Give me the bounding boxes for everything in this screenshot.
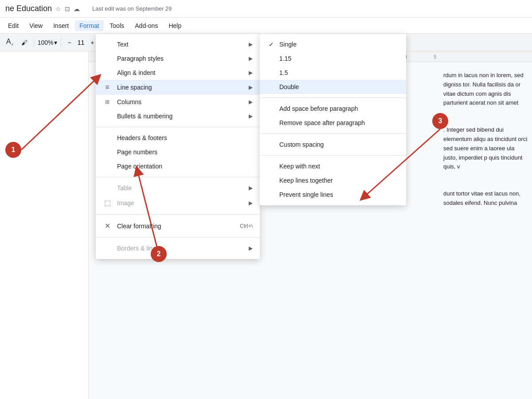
zoom-value: 100% xyxy=(38,39,54,46)
columns-icon: ⊞ xyxy=(103,99,112,105)
menu-item-tools[interactable]: Tools xyxy=(106,20,129,31)
ls-keep-with-next-label: Keep with next xyxy=(279,163,320,170)
format-menu-text-label: Text xyxy=(117,41,129,48)
image-arrow-icon: ▶ xyxy=(249,200,253,206)
menu-bar: Edit View Insert Format Tools Add-ons He… xyxy=(0,18,532,34)
line-spacing-icon: ≡ xyxy=(103,83,112,91)
font-size-minus-button[interactable]: − xyxy=(65,37,74,48)
ls-item-1-5[interactable]: 1.5 xyxy=(260,66,406,80)
line-spacing-menu[interactable]: ✓ Single 1.15 1.5 Double Add space befor… xyxy=(260,34,406,205)
ls-item-keep-with-next[interactable]: Keep with next xyxy=(260,159,406,173)
ls-item-single[interactable]: ✓ Single xyxy=(260,37,406,51)
format-menu-clear-formatting[interactable]: ✕ Clear formatting Ctrl+\ xyxy=(96,218,260,234)
ls-15-label: 1.5 xyxy=(279,69,288,76)
format-menu-bullets-numbering-label: Bullets & numbering xyxy=(117,113,172,120)
format-menu-divider-3 xyxy=(96,214,260,215)
clear-formatting-icon: ✕ xyxy=(103,222,112,230)
ls-item-custom-spacing[interactable]: Custom spacing xyxy=(260,137,406,152)
format-menu-table: Table ▶ xyxy=(96,181,260,195)
format-menu-columns-label: Columns xyxy=(117,98,141,106)
clear-formatting-shortcut: Ctrl+\ xyxy=(240,223,253,229)
annotation-2: 2 xyxy=(151,246,167,262)
toolbar-separator-1 xyxy=(34,38,34,47)
zoom-control[interactable]: 100% ▾ xyxy=(38,39,58,46)
ls-double-label: Double xyxy=(279,83,299,90)
menu-item-format[interactable]: Format xyxy=(75,20,103,31)
font-size-value: 11 xyxy=(76,39,86,46)
ls-divider-2 xyxy=(260,133,406,134)
format-menu-page-orientation[interactable]: Page orientation xyxy=(96,159,260,173)
format-menu-columns[interactable]: ⊞ Columns ▶ xyxy=(96,95,260,109)
format-menu-paragraph-styles[interactable]: Paragraph styles ▶ xyxy=(96,51,260,66)
format-menu-line-spacing-label: Line spacing xyxy=(117,84,152,91)
single-check-icon: ✓ xyxy=(269,41,279,48)
image-format-icon: ⬚ xyxy=(103,199,112,207)
ls-115-label: 1.15 xyxy=(279,55,291,62)
ls-item-keep-lines-together[interactable]: Keep lines together xyxy=(260,173,406,188)
ls-divider-1 xyxy=(260,98,406,98)
format-menu-headers-footers[interactable]: Headers & footers xyxy=(96,131,260,145)
doc-para-2: . Integer sed bibend dui elementum aliqu… xyxy=(443,125,528,172)
format-menu-divider-2 xyxy=(96,177,260,177)
ls-single-label: Single xyxy=(279,41,297,48)
borders-lines-arrow-icon: ▶ xyxy=(249,245,253,251)
format-menu-align-indent[interactable]: Align & indent ▶ xyxy=(96,66,260,80)
star-icon[interactable]: ☆ xyxy=(55,5,61,12)
cloud-icon[interactable]: ☁ xyxy=(74,5,80,12)
ls-item-prevent-single-lines[interactable]: Prevent single lines xyxy=(260,188,406,202)
format-menu-headers-footers-label: Headers & footers xyxy=(117,134,167,141)
doc-para-1: rdum in lacus non in lorem, sed digniss … xyxy=(443,71,528,108)
format-menu-divider-4 xyxy=(96,237,260,238)
table-arrow-icon: ▶ xyxy=(249,185,253,191)
format-menu-clear-formatting-label: Clear formatting xyxy=(117,223,161,230)
format-menu-line-spacing[interactable]: ≡ Line spacing ▶ xyxy=(96,80,260,95)
ls-prevent-single-label: Prevent single lines xyxy=(279,191,333,198)
ls-item-double[interactable]: Double xyxy=(260,80,406,94)
format-menu-image: ⬚ Image ▶ xyxy=(96,195,260,211)
menu-item-view[interactable]: View xyxy=(25,20,47,31)
menu-item-insert[interactable]: Insert xyxy=(49,20,73,31)
menu-item-help[interactable]: Help xyxy=(164,20,186,31)
format-menu-text[interactable]: Text ▶ xyxy=(96,37,260,51)
format-menu-divider-1 xyxy=(96,127,260,127)
format-menu-borders-lines: Borders & lines ▶ xyxy=(96,241,260,255)
annotation-1: 1 xyxy=(5,142,21,158)
menu-item-addons[interactable]: Add-ons xyxy=(130,20,162,31)
ls-item-1-15[interactable]: 1.15 xyxy=(260,51,406,66)
document-title: ne Education xyxy=(5,4,52,13)
annotation-3: 3 xyxy=(432,113,448,129)
document-content: rdum in lacus non in lorem, sed digniss … xyxy=(439,62,532,217)
doc-para-3: dunt tortor vitae est lacus non, sodales… xyxy=(443,189,528,208)
format-menu[interactable]: Text ▶ Paragraph styles ▶ Align & indent… xyxy=(96,34,260,259)
text-arrow-icon: ▶ xyxy=(249,41,253,47)
folder-icon[interactable]: ⊡ xyxy=(65,5,70,12)
spell-check-button[interactable]: A✓ xyxy=(4,36,17,48)
toolbar-separator-2 xyxy=(61,38,61,47)
ls-custom-spacing-label: Custom spacing xyxy=(279,141,324,148)
paint-format-button[interactable]: 🖌 xyxy=(19,37,30,48)
format-menu-align-indent-label: Align & indent xyxy=(117,69,155,76)
ls-item-add-space-before[interactable]: Add space before paragraph xyxy=(260,102,406,116)
paragraph-styles-arrow-icon: ▶ xyxy=(249,55,253,62)
format-menu-image-label: Image xyxy=(117,200,134,207)
zoom-dropdown-icon[interactable]: ▾ xyxy=(54,39,57,46)
columns-arrow-icon: ▶ xyxy=(249,99,253,105)
line-spacing-arrow-icon: ▶ xyxy=(249,84,253,90)
format-menu-page-numbers-label: Page numbers xyxy=(117,149,157,156)
ls-add-space-label: Add space before paragraph xyxy=(279,105,358,112)
left-panel xyxy=(0,51,89,399)
ls-divider-3 xyxy=(260,155,406,156)
format-menu-page-orientation-label: Page orientation xyxy=(117,163,162,170)
format-menu-table-label: Table xyxy=(117,184,132,192)
menu-item-edit[interactable]: Edit xyxy=(4,20,23,31)
ls-remove-space-label: Remove space after paragraph xyxy=(279,119,365,126)
ls-item-remove-space-after[interactable]: Remove space after paragraph xyxy=(260,116,406,130)
align-indent-arrow-icon: ▶ xyxy=(249,70,253,76)
format-menu-page-numbers[interactable]: Page numbers xyxy=(96,145,260,159)
format-menu-paragraph-styles-label: Paragraph styles xyxy=(117,55,164,62)
bullets-numbering-arrow-icon: ▶ xyxy=(249,113,253,119)
ruler-mark-5: 5 xyxy=(434,54,436,59)
ls-keep-lines-label: Keep lines together xyxy=(279,177,333,184)
last-edit-text: Last edit was on September 29 xyxy=(92,5,172,12)
format-menu-bullets-numbering[interactable]: Bullets & numbering ▶ xyxy=(96,109,260,123)
